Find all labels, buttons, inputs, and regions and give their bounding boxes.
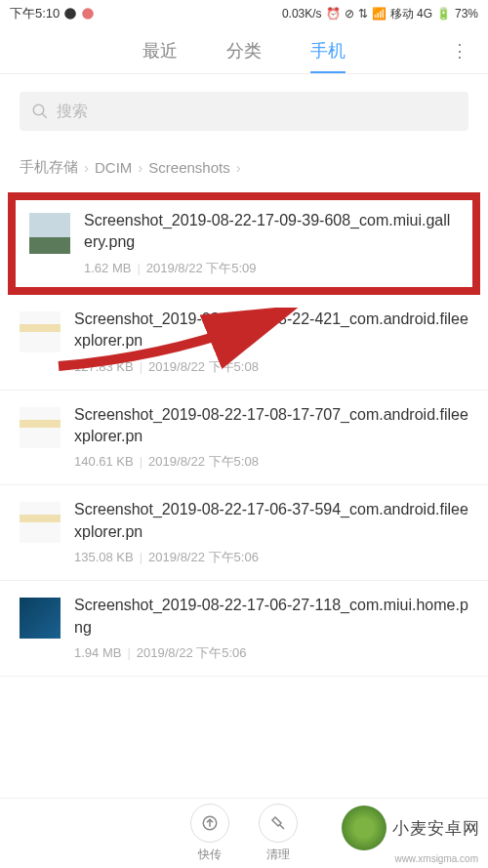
chevron-right-icon: › bbox=[236, 159, 241, 176]
clean-button[interactable]: 清理 bbox=[259, 804, 298, 863]
status-time: 下午5:10 bbox=[10, 5, 60, 22]
tab-category[interactable]: 分类 bbox=[226, 29, 262, 72]
alarm-icon: ⏰ bbox=[326, 7, 341, 21]
file-meta: 1.62 MB|2019/8/22 下午5:09 bbox=[84, 260, 459, 277]
battery-icon: 🔋 bbox=[436, 7, 451, 21]
crumb-dcim[interactable]: DCIM bbox=[95, 159, 132, 176]
file-thumbnail bbox=[20, 502, 61, 543]
svg-point-0 bbox=[64, 8, 76, 20]
file-date: 2019/8/22 下午5:06 bbox=[148, 550, 259, 564]
file-item[interactable]: Screenshot_2019-08-22-17-06-37-594_com.a… bbox=[0, 485, 488, 581]
file-name: Screenshot_2019-08-22-17-08-22-421_com.a… bbox=[74, 309, 468, 352]
signal-icon: 📶 bbox=[372, 7, 386, 21]
transfer-label: 快传 bbox=[198, 847, 222, 863]
file-size: 127.83 KB bbox=[74, 359, 134, 374]
carrier: 移动 4G bbox=[390, 6, 432, 22]
file-size: 1.94 MB bbox=[74, 645, 121, 660]
chevron-right-icon: › bbox=[138, 159, 142, 176]
battery-pct: 73% bbox=[455, 7, 478, 21]
file-date: 2019/8/22 下午5:09 bbox=[146, 261, 257, 275]
search-placeholder: 搜索 bbox=[57, 102, 88, 122]
file-date: 2019/8/22 下午5:08 bbox=[148, 454, 259, 469]
file-item[interactable]: Screenshot_2019-08-22-17-09-39-608_com.m… bbox=[8, 192, 480, 295]
qq-icon bbox=[63, 7, 77, 21]
file-info: Screenshot_2019-08-22-17-09-39-608_com.m… bbox=[84, 210, 459, 277]
status-bar: 下午5:10 0.03K/s ⏰ ⊘ ⇅ 📶 移动 4G 🔋 73% bbox=[0, 0, 488, 27]
app-icon bbox=[81, 7, 95, 21]
file-name: Screenshot_2019-08-22-17-09-39-608_com.m… bbox=[84, 210, 459, 254]
file-meta: 135.08 KB|2019/8/22 下午5:06 bbox=[74, 549, 468, 566]
tab-phone[interactable]: 手机 bbox=[310, 29, 346, 72]
tab-bar: 最近 分类 手机 ⋮ bbox=[0, 27, 488, 74]
transfer-button[interactable]: 快传 bbox=[190, 804, 229, 863]
crumb-screenshots[interactable]: Screenshots bbox=[148, 159, 229, 176]
file-info: Screenshot_2019-08-22-17-06-27-118_com.m… bbox=[74, 595, 468, 662]
breadcrumb: 手机存储 › DCIM › Screenshots › bbox=[0, 148, 488, 192]
clean-icon bbox=[269, 814, 287, 832]
watermark-text: 小麦安卓网 bbox=[392, 817, 480, 840]
file-size: 1.62 MB bbox=[84, 261, 131, 275]
chevron-right-icon: › bbox=[84, 159, 89, 176]
file-name: Screenshot_2019-08-22-17-06-27-118_com.m… bbox=[74, 595, 468, 639]
svg-point-2 bbox=[33, 104, 44, 115]
file-thumbnail bbox=[20, 598, 61, 639]
dnd-icon: ⊘ bbox=[345, 7, 354, 21]
clean-label: 清理 bbox=[266, 847, 290, 863]
file-thumbnail bbox=[29, 213, 70, 254]
svg-point-1 bbox=[82, 8, 94, 20]
bluetooth-icon: ⇅ bbox=[358, 7, 368, 21]
file-date: 2019/8/22 下午5:08 bbox=[148, 359, 259, 374]
watermark-url: www.xmsigma.com bbox=[394, 853, 478, 864]
file-size: 140.61 KB bbox=[74, 454, 134, 469]
file-item[interactable]: Screenshot_2019-08-22-17-08-17-707_com.a… bbox=[0, 391, 488, 486]
file-name: Screenshot_2019-08-22-17-08-17-707_com.a… bbox=[74, 404, 468, 448]
watermark: 小麦安卓网 bbox=[342, 806, 480, 850]
file-name: Screenshot_2019-08-22-17-06-37-594_com.a… bbox=[74, 499, 468, 543]
more-menu-icon[interactable]: ⋮ bbox=[451, 40, 468, 62]
file-thumbnail bbox=[20, 311, 61, 352]
file-date: 2019/8/22 下午5:06 bbox=[137, 645, 247, 660]
file-list: Screenshot_2019-08-22-17-09-39-608_com.m… bbox=[0, 192, 488, 677]
crumb-root[interactable]: 手机存储 bbox=[20, 158, 78, 177]
file-info: Screenshot_2019-08-22-17-08-22-421_com.a… bbox=[74, 309, 468, 376]
file-item[interactable]: Screenshot_2019-08-22-17-06-27-118_com.m… bbox=[0, 581, 488, 677]
watermark-logo bbox=[342, 806, 386, 850]
search-icon bbox=[31, 103, 49, 120]
file-thumbnail bbox=[20, 407, 61, 448]
file-meta: 1.94 MB|2019/8/22 下午5:06 bbox=[74, 644, 468, 662]
file-meta: 127.83 KB|2019/8/22 下午5:08 bbox=[74, 358, 468, 376]
file-info: Screenshot_2019-08-22-17-06-37-594_com.a… bbox=[74, 499, 468, 566]
tab-recent[interactable]: 最近 bbox=[142, 29, 178, 72]
file-size: 135.08 KB bbox=[74, 550, 134, 564]
net-speed: 0.03K/s bbox=[282, 7, 322, 21]
file-item[interactable]: Screenshot_2019-08-22-17-08-22-421_com.a… bbox=[0, 295, 488, 391]
file-meta: 140.61 KB|2019/8/22 下午5:08 bbox=[74, 453, 468, 471]
search-container: 搜索 bbox=[0, 74, 488, 148]
svg-line-3 bbox=[42, 113, 47, 118]
search-input[interactable]: 搜索 bbox=[20, 92, 468, 131]
file-info: Screenshot_2019-08-22-17-08-17-707_com.a… bbox=[74, 404, 468, 472]
transfer-icon bbox=[201, 814, 219, 832]
